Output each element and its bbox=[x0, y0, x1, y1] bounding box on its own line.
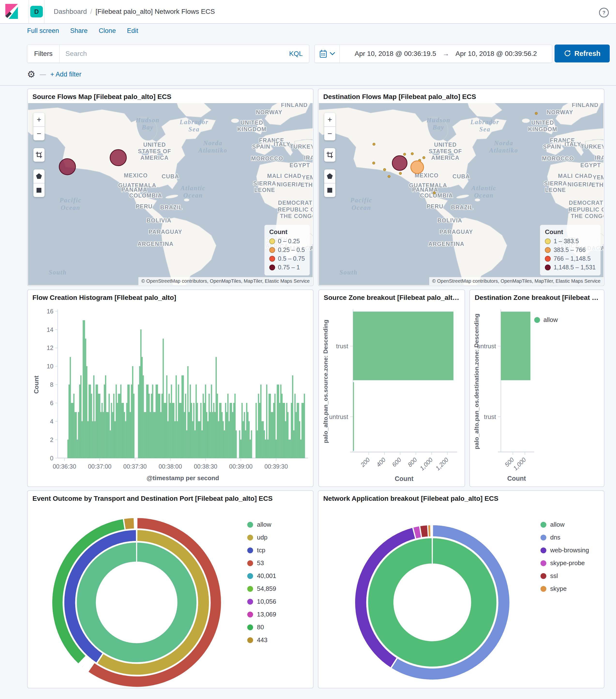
zoom-in-button[interactable]: + bbox=[34, 113, 44, 126]
date-from[interactable]: Apr 10, 2018 @ 00:36:19.5 bbox=[355, 50, 436, 57]
svg-text:PacificOcean: PacificOcean bbox=[350, 197, 372, 211]
kql-button[interactable]: KQL bbox=[283, 50, 309, 57]
legend-label: allow bbox=[257, 521, 271, 528]
legend-item-ssl[interactable]: ssl bbox=[540, 572, 589, 580]
toolbar-divider bbox=[0, 85, 616, 86]
map-attribution: © OpenStreetMap contributors, OpenMapTil… bbox=[138, 277, 312, 285]
svg-text:600: 600 bbox=[391, 457, 403, 469]
legend-item-allow[interactable]: allow bbox=[540, 521, 589, 528]
legend-item-dns[interactable]: dns bbox=[540, 534, 589, 541]
panel-title[interactable]: Network Application breakout [Filebeat p… bbox=[318, 491, 604, 504]
map-legend-item: 1 – 383.5 bbox=[545, 238, 596, 245]
svg-text:YEMEN: YEMEN bbox=[302, 174, 312, 181]
filters-button[interactable]: Filters bbox=[27, 45, 59, 63]
svg-text:00:38:30: 00:38:30 bbox=[194, 463, 217, 470]
panel-flow-histogram: Flow Creation Histogram [FIlebeat palo_a… bbox=[27, 289, 313, 487]
crop-control-group bbox=[34, 148, 44, 162]
svg-text:Count: Count bbox=[33, 375, 40, 394]
legend-item-10-056[interactable]: 10,056 bbox=[247, 598, 276, 605]
panel-title[interactable]: Event Outcome by Transport and Destinati… bbox=[28, 491, 313, 504]
rectangle-icon bbox=[327, 187, 333, 193]
date-to[interactable]: Apr 10, 2018 @ 00:39:56.2 bbox=[456, 50, 537, 57]
draw-rectangle-button[interactable] bbox=[324, 183, 335, 197]
legend-swatch bbox=[247, 522, 253, 528]
svg-text:Count: Count bbox=[507, 475, 526, 482]
svg-text:DEMOCRATICREPUBLIC OFTHE CONGO: DEMOCRATICREPUBLIC OFTHE CONGO bbox=[568, 200, 603, 219]
legend-item-skype-probe[interactable]: skype-probe bbox=[540, 559, 589, 567]
calendar-icon bbox=[319, 49, 327, 58]
legend-item-web-browsing[interactable]: web-browsing bbox=[540, 546, 589, 554]
gear-icon[interactable]: ⚙ bbox=[27, 70, 35, 79]
legend-label: skype-probe bbox=[550, 559, 585, 567]
add-filter-button[interactable]: + Add filter bbox=[50, 71, 81, 78]
legend-item-53[interactable]: 53 bbox=[247, 559, 276, 567]
bounds-filter-button[interactable] bbox=[324, 148, 335, 162]
svg-text:FINLAND: FINLAND bbox=[281, 103, 308, 108]
svg-text:0: 0 bbox=[50, 455, 53, 462]
svg-text:ITALY: ITALY bbox=[273, 141, 290, 147]
source-flows-map[interactable]: HudsonBayLabradorSeaNordaAtlantikoAtlant… bbox=[28, 103, 312, 285]
panel-title[interactable]: Destination Zone breakout [Filebeat palo… bbox=[470, 290, 604, 303]
panel-title[interactable]: Flow Creation Histogram [FIlebeat palo_a… bbox=[28, 290, 313, 303]
draw-polygon-button[interactable] bbox=[34, 169, 44, 183]
legend-item-13-069[interactable]: 13,069 bbox=[247, 611, 276, 618]
map-attribution: © OpenStreetMap contributors, OpenMapTil… bbox=[429, 277, 603, 285]
legend-label: 54,859 bbox=[257, 585, 276, 593]
legend-item-allow[interactable]: allow bbox=[247, 521, 276, 528]
source-zone-chart[interactable]: trustuntrust2004006008001,0001,200Countp… bbox=[319, 304, 464, 486]
legend-label: 10,056 bbox=[257, 598, 276, 605]
svg-text:ARGENTINA: ARGENTINA bbox=[428, 241, 464, 247]
legend-label: ssl bbox=[550, 572, 558, 580]
draw-rectangle-button[interactable] bbox=[34, 183, 44, 197]
menu-item-full-screen[interactable]: Full screen bbox=[27, 27, 59, 35]
svg-text:NIGERIA: NIGERIA bbox=[277, 181, 302, 188]
legend-range-label: 0.5 – 0.75 bbox=[278, 255, 305, 262]
panel-title[interactable]: Source Zone breakout [Filebeat palo_alto… bbox=[319, 290, 465, 303]
zoom-in-button[interactable]: + bbox=[324, 113, 335, 126]
legend-label: 40,001 bbox=[257, 572, 276, 580]
dashboard-app-badge[interactable]: D bbox=[30, 6, 43, 17]
flow-histogram-chart[interactable]: 0246810121416Count00:36:3000:37:0000:37:… bbox=[28, 304, 312, 486]
help-icon[interactable]: ? bbox=[599, 8, 609, 17]
legend-label: allow bbox=[544, 316, 558, 324]
legend: allowdnsweb-browsingskype-probesslskype bbox=[540, 521, 589, 598]
svg-text:trust: trust bbox=[336, 343, 348, 350]
legend-item-tcp[interactable]: tcp bbox=[247, 546, 276, 554]
legend-item-54-859[interactable]: 54,859 bbox=[247, 585, 276, 593]
svg-text:MEXICO: MEXICO bbox=[124, 172, 148, 179]
refresh-button[interactable]: Refresh bbox=[554, 44, 610, 63]
menu-item-share[interactable]: Share bbox=[70, 27, 88, 35]
kibana-logo-icon[interactable] bbox=[4, 3, 20, 19]
legend[interactable]: allow bbox=[534, 316, 558, 324]
calendar-button[interactable] bbox=[315, 45, 340, 63]
draw-polygon-button[interactable] bbox=[324, 169, 335, 183]
legend-item-80[interactable]: 80 bbox=[247, 623, 276, 631]
svg-text:untrust: untrust bbox=[329, 413, 348, 420]
svg-text:200: 200 bbox=[359, 457, 371, 469]
destination-flows-map[interactable]: HudsonBayLabradorSeaNordaAtlantikoAtlant… bbox=[319, 103, 603, 285]
panel-source-flows-map: Source Flows Map [Filebeat palo_alto] EC… bbox=[27, 89, 313, 286]
destination-zone-chart[interactable]: untrusttrust5001,000Countpalo_alto.pan_o… bbox=[470, 304, 603, 486]
legend-item-skype[interactable]: skype bbox=[540, 585, 589, 593]
svg-text:AtlanticOcean: AtlanticOcean bbox=[471, 184, 496, 199]
search-input[interactable] bbox=[59, 50, 283, 57]
bounds-filter-button[interactable] bbox=[34, 148, 44, 162]
draw-control-group bbox=[324, 169, 335, 197]
map-legend-title: Count bbox=[545, 228, 596, 236]
zoom-out-button[interactable]: − bbox=[34, 126, 44, 140]
svg-text:UNITEDKINGDOM: UNITEDKINGDOM bbox=[237, 120, 267, 132]
legend-item-443[interactable]: 443 bbox=[247, 636, 276, 644]
zoom-out-button[interactable]: − bbox=[324, 126, 335, 140]
legend-swatch bbox=[540, 535, 546, 540]
legend-item-udp[interactable]: udp bbox=[247, 534, 276, 541]
panel-title[interactable]: Destination Flows Map [Filebeat palo_alt… bbox=[318, 89, 604, 102]
menu-item-edit[interactable]: Edit bbox=[127, 27, 138, 35]
app-icon-section[interactable]: D bbox=[29, 0, 44, 23]
svg-text:South: South bbox=[49, 269, 67, 276]
panel-title[interactable]: Source Flows Map [Filebeat palo_alto] EC… bbox=[28, 89, 313, 102]
menu-item-clone[interactable]: Clone bbox=[99, 27, 116, 35]
svg-text:PacificOcean: PacificOcean bbox=[59, 197, 82, 211]
breadcrumb-dashboard[interactable]: Dashboard bbox=[54, 8, 87, 15]
legend-range-label: 766 – 1,148.5 bbox=[553, 255, 591, 262]
legend-item-40-001[interactable]: 40,001 bbox=[247, 572, 276, 580]
